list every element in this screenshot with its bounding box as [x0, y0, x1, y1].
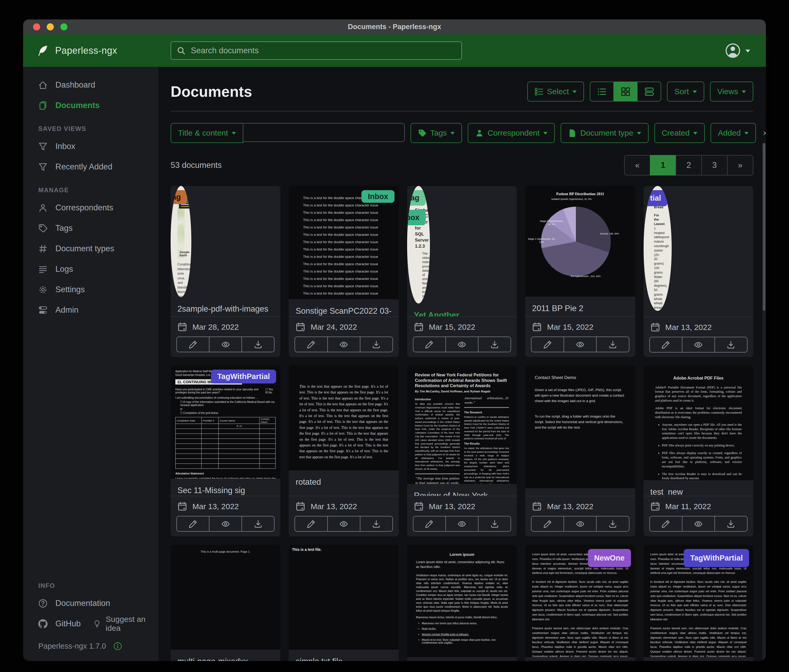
- minimize-button[interactable]: [47, 23, 54, 30]
- document-title[interactable]: sample-pdf-download-10-mb-longer-title: [644, 657, 753, 661]
- document-thumbnail[interactable]: Another Sample Tag Bo: [171, 186, 191, 297]
- document-card[interactable]: This is the text that appears on the fir…: [289, 365, 398, 537]
- tag-badge[interactable]: Partial Tag: [407, 190, 426, 205]
- document-title[interactable]: Yet Another Correspondent: Testing Email: [407, 304, 517, 316]
- view-button[interactable]: [327, 337, 360, 352]
- document-card[interactable]: Another Sample Tag Bo: [171, 186, 280, 357]
- document-title[interactable]: rotated: [289, 470, 398, 496]
- detail-view-button[interactable]: [637, 81, 661, 102]
- filter-text-input[interactable]: [243, 123, 405, 142]
- download-button[interactable]: [596, 516, 629, 531]
- reset-filters-button[interactable]: × Reset filters: [763, 124, 766, 142]
- sidebar-item-documents[interactable]: Documents: [23, 95, 158, 116]
- download-button[interactable]: [241, 516, 274, 531]
- document-card[interactable]: TagWithPartial Lorem ipsum dolor sit ame…: [644, 545, 753, 661]
- view-button[interactable]: [564, 516, 596, 531]
- document-card[interactable]: Review of New York Federal Petitions for…: [407, 365, 517, 537]
- tag-badge[interactable]: TagWithPartial: [211, 369, 276, 384]
- views-button[interactable]: Views: [710, 81, 753, 102]
- document-title[interactable]: multi-page-mixedxx: [171, 650, 280, 661]
- select-button[interactable]: Select: [527, 81, 584, 102]
- document-thumbnail[interactable]: TagWithPartial French Country Bread For …: [644, 186, 672, 311]
- document-title[interactable]: simple txt file: [289, 650, 398, 661]
- document-thumbnail[interactable]: Patient BP Distribution 2011 Normal, 158…: [525, 186, 635, 297]
- sidebar-item-inbox[interactable]: Inbox: [23, 136, 158, 157]
- user-menu[interactable]: [725, 43, 750, 59]
- sidebar-item-admin[interactable]: Admin: [23, 300, 158, 320]
- sidebar-item-document-types[interactable]: Document types: [23, 239, 158, 259]
- document-card[interactable]: NewOne Lorem ipsum dolor sit amet, conse…: [525, 545, 635, 661]
- download-button[interactable]: [714, 337, 747, 352]
- document-title[interactable]: ReadMe: [525, 488, 635, 496]
- added-filter-button[interactable]: Added: [711, 123, 756, 143]
- view-button[interactable]: [327, 516, 360, 531]
- view-button[interactable]: [446, 516, 478, 531]
- tag-badge[interactable]: TagWithPartial: [684, 549, 749, 567]
- zoom-button[interactable]: [61, 23, 67, 30]
- document-card[interactable]: TagWithPartial French Country Bread For …: [644, 186, 753, 357]
- document-card[interactable]: This is a multi page document. Page 1. m…: [171, 545, 280, 661]
- search-input[interactable]: [190, 46, 456, 56]
- document-card[interactable]: Partial Tag Inbox Release Notes Simba OD…: [407, 186, 517, 357]
- document-title[interactable]: 2011 BP Pie 2: [525, 297, 635, 316]
- document-title[interactable]: French Country Bread Revised.docx: [644, 311, 753, 317]
- document-thumbnail[interactable]: TagWithPartial Application for Medical S…: [171, 365, 280, 479]
- document-card[interactable]: TagWithPartial Application for Medical S…: [171, 365, 280, 537]
- document-thumbnail[interactable]: TagWithPartial Lorem ipsum dolor sit ame…: [644, 545, 753, 657]
- document-thumbnail[interactable]: Review of New York Federal Petitions for…: [407, 365, 517, 484]
- view-button[interactable]: [446, 337, 478, 352]
- tag-badge[interactable]: Inbox: [361, 190, 394, 203]
- download-button[interactable]: [360, 516, 392, 531]
- edit-button[interactable]: [532, 516, 564, 531]
- tag-badge[interactable]: Another Sample Tag: [171, 190, 187, 204]
- info-circle-icon[interactable]: [113, 642, 122, 650]
- document-thumbnail[interactable]: Lorem ipsum Lorem ipsum dolor sit amet, …: [407, 545, 517, 657]
- sidebar-item-settings[interactable]: Settings: [23, 279, 158, 300]
- download-button[interactable]: [714, 516, 747, 531]
- document-title[interactable]: file-sample_150kBs: [407, 657, 517, 661]
- document-card[interactable]: This is a test file. simple txt file: [289, 545, 398, 661]
- edit-button[interactable]: [650, 337, 682, 352]
- tags-filter-button[interactable]: Tags: [410, 123, 462, 143]
- document-type-filter-button[interactable]: Document type: [561, 123, 648, 143]
- edit-button[interactable]: [177, 337, 209, 352]
- view-button[interactable]: [209, 516, 241, 531]
- scrollbar[interactable]: [762, 143, 766, 661]
- pagination-page-2[interactable]: 2: [676, 155, 702, 175]
- pagination-prev[interactable]: «: [624, 155, 650, 175]
- suggest-idea-link[interactable]: Suggest an idea: [93, 615, 158, 633]
- edit-button[interactable]: [177, 516, 209, 531]
- edit-button[interactable]: [414, 516, 446, 531]
- sidebar-item-dashboard[interactable]: Dashboard: [23, 75, 158, 95]
- document-title[interactable]: Sec 11-Missing sig: [171, 479, 280, 496]
- list-view-button[interactable]: [590, 81, 614, 102]
- sidebar-item-tags[interactable]: Tags: [23, 218, 158, 239]
- sidebar-item-correspondents[interactable]: Correspondents: [23, 197, 158, 218]
- edit-button[interactable]: [414, 337, 446, 352]
- app-brand[interactable]: Paperless-ngx: [37, 44, 152, 57]
- tag-badge[interactable]: NewOne: [588, 549, 631, 567]
- document-title[interactable]: Review-of-New-York-Federal-Petitions-art…: [407, 484, 517, 496]
- view-button[interactable]: [209, 337, 241, 352]
- document-thumbnail[interactable]: NewOne Lorem ipsum dolor sit amet, conse…: [525, 545, 635, 657]
- document-title[interactable]: Sonstige ScanPC2022 03-24_081058: [289, 299, 398, 316]
- tag-badge[interactable]: TagWithPartial: [644, 190, 668, 206]
- pagination-next[interactable]: »: [727, 155, 753, 175]
- created-filter-button[interactable]: Created: [654, 123, 705, 143]
- tag-badge[interactable]: Inbox: [407, 210, 426, 225]
- sidebar-item-logs[interactable]: Logs: [23, 259, 158, 279]
- view-button[interactable]: [564, 337, 596, 352]
- view-button[interactable]: [682, 516, 714, 531]
- document-thumbnail[interactable]: This is a test file.: [289, 545, 398, 650]
- view-button[interactable]: [682, 337, 714, 352]
- document-thumbnail[interactable]: Partial Tag Inbox Release Notes Simba OD…: [407, 186, 430, 304]
- edit-button[interactable]: [650, 516, 682, 531]
- filter-field-button[interactable]: Title & content: [171, 123, 243, 143]
- scrollbar-thumb[interactable]: [763, 143, 765, 311]
- document-thumbnail[interactable]: Contact Sheet Demo Given a set of image …: [525, 365, 635, 488]
- edit-button[interactable]: [295, 337, 327, 352]
- correspondent-link[interactable]: Yet Another Correspondent: [414, 311, 472, 316]
- document-card[interactable]: Adobe Acrobat PDF Files Adobe® Portable …: [644, 365, 753, 537]
- edit-button[interactable]: [295, 516, 327, 531]
- download-button[interactable]: [478, 337, 511, 352]
